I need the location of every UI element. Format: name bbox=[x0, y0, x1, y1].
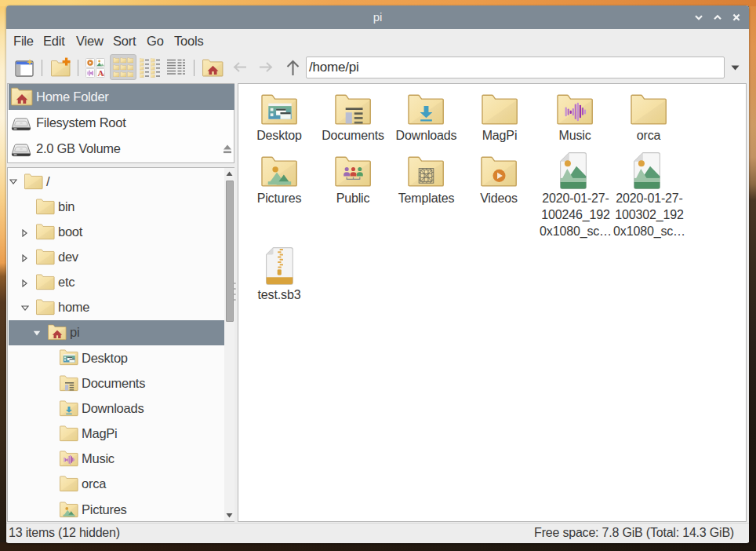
svg-text:A: A bbox=[97, 68, 104, 78]
